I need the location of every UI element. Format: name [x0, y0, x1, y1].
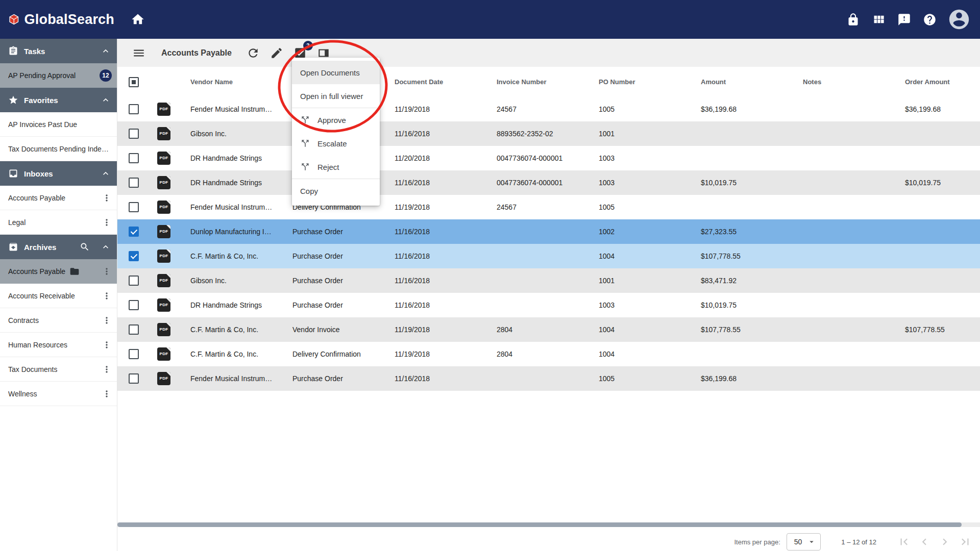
pdf-icon[interactable]: PDF: [157, 152, 170, 165]
row-checkbox[interactable]: [129, 129, 139, 139]
cell-amount: $107,778.55: [691, 325, 793, 334]
pdf-icon[interactable]: PDF: [157, 347, 170, 361]
sidebar-item-human-resources[interactable]: Human Resources: [0, 333, 117, 357]
view-module-button[interactable]: [871, 12, 886, 27]
sidebar-section-inboxes[interactable]: Inboxes: [0, 161, 117, 186]
column-header-invoice-number[interactable]: Invoice Number: [487, 78, 589, 86]
globalsearch-logo-icon: [8, 10, 20, 29]
pdf-icon[interactable]: PDF: [157, 225, 170, 238]
row-checkbox[interactable]: [129, 227, 139, 237]
sidebar-item-label: Wellness: [8, 390, 37, 398]
table-row[interactable]: PDFGibson Inc.Purchase Order11/16/201810…: [117, 268, 980, 293]
prev-page-button[interactable]: [917, 535, 932, 549]
menu-item-copy[interactable]: Copy: [292, 179, 380, 203]
pdf-icon[interactable]: PDF: [157, 249, 170, 263]
edit-button[interactable]: [268, 45, 285, 61]
row-checkbox[interactable]: [129, 373, 139, 384]
table-row[interactable]: PDFDunlop Manufacturing I…Purchase Order…: [117, 219, 980, 244]
menu-item-reject[interactable]: Reject: [292, 155, 380, 179]
pdf-icon[interactable]: PDF: [157, 372, 170, 385]
last-page-button[interactable]: [958, 535, 972, 549]
row-pdf-cell: PDF: [150, 152, 178, 165]
pdf-icon[interactable]: PDF: [157, 127, 170, 140]
home-button[interactable]: [131, 11, 148, 28]
sidebar-section-tasks[interactable]: Tasks: [0, 39, 117, 63]
cell-doc-date: 11/16/2018: [385, 277, 487, 285]
column-header-notes[interactable]: Notes: [793, 78, 895, 86]
sidebar-section-favorites[interactable]: Favorites: [0, 88, 117, 112]
pdf-icon[interactable]: PDF: [157, 201, 170, 214]
kebab-menu-icon[interactable]: [102, 266, 112, 277]
kebab-menu-icon[interactable]: [102, 315, 112, 325]
hamburger-menu-button[interactable]: [131, 45, 147, 61]
row-checkbox[interactable]: [129, 251, 139, 261]
pdf-icon[interactable]: PDF: [157, 103, 170, 116]
column-header-amount[interactable]: Amount: [691, 78, 793, 86]
sidebar-item-accounts-payable[interactable]: Accounts Payable: [0, 259, 117, 284]
pdf-icon-label: PDF: [160, 205, 168, 209]
pdf-icon[interactable]: PDF: [157, 298, 170, 312]
row-checkbox[interactable]: [129, 349, 139, 359]
row-checkbox[interactable]: [129, 202, 139, 212]
pdf-icon[interactable]: PDF: [157, 274, 170, 287]
table-row[interactable]: PDFC.F. Martin & Co, Inc.Vendor Invoice1…: [117, 317, 980, 342]
menu-item-approve[interactable]: Approve: [292, 108, 380, 132]
column-header-document-date[interactable]: Document Date: [385, 78, 487, 86]
pdf-icon[interactable]: PDF: [157, 176, 170, 189]
table-row[interactable]: PDFDR Handmade StringsPurchase Order11/1…: [117, 293, 980, 317]
sidebar-item-legal[interactable]: Legal: [0, 210, 117, 235]
cell-vendor: C.F. Martin & Co, Inc.: [178, 350, 283, 358]
menu-item-open-documents[interactable]: Open Documents: [292, 61, 380, 84]
table-row[interactable]: PDFDR Handmade Strings11/16/201800477360…: [117, 170, 980, 195]
kebab-menu-icon[interactable]: [102, 389, 112, 399]
row-pdf-cell: PDF: [150, 176, 178, 189]
row-checkbox[interactable]: [129, 324, 139, 335]
help-button[interactable]: [922, 12, 937, 27]
sidebar-item-tax-documents-pending-inde[interactable]: Tax Documents Pending Inde…: [0, 137, 117, 161]
caret-down-icon: [807, 537, 816, 546]
sidebar-item-ap-pending-approval[interactable]: AP Pending Approval12: [0, 63, 117, 88]
column-header-vendor-name[interactable]: Vendor Name: [178, 78, 283, 86]
table-row[interactable]: PDFFender Musical Instrum…Purchase Order…: [117, 366, 980, 391]
next-page-button[interactable]: [938, 535, 952, 549]
select-all-checkbox[interactable]: [129, 77, 139, 87]
items-per-page-select[interactable]: 50: [787, 533, 821, 550]
search-icon[interactable]: [80, 242, 90, 252]
row-checkbox[interactable]: [129, 300, 139, 310]
sidebar-section-archives[interactable]: Archives: [0, 235, 117, 259]
sidebar-item-contracts[interactable]: Contracts: [0, 308, 117, 333]
row-checkbox[interactable]: [129, 276, 139, 286]
kebab-menu-icon[interactable]: [102, 340, 112, 350]
sidebar-item-accounts-receivable[interactable]: Accounts Receivable: [0, 284, 117, 308]
refresh-button[interactable]: [245, 45, 261, 61]
table-row[interactable]: PDFGibson Inc.11/16/20188893562-2352-021…: [117, 121, 980, 146]
kebab-menu-icon[interactable]: [102, 291, 112, 301]
kebab-menu-icon[interactable]: [102, 193, 112, 203]
menu-item-escalate[interactable]: Escalate: [292, 132, 380, 155]
horizontal-scrollbar[interactable]: [117, 522, 980, 527]
lock-button[interactable]: [845, 12, 861, 27]
first-page-button[interactable]: [897, 535, 911, 549]
table-row[interactable]: PDFC.F. Martin & Co, Inc.Delivery Confir…: [117, 342, 980, 366]
table-row[interactable]: PDFFender Musical Instrum…Delivery Confi…: [117, 195, 980, 219]
table-row[interactable]: PDFDR Handmade Strings11/20/201800477360…: [117, 146, 980, 170]
sidebar-item-wellness[interactable]: Wellness: [0, 382, 117, 406]
column-header-order-amount[interactable]: Order Amount: [895, 78, 980, 86]
row-checkbox[interactable]: [129, 178, 139, 188]
cell-vendor: DR Handmade Strings: [178, 154, 283, 162]
sidebar-item-ap-invoices-past-due[interactable]: AP Invoices Past Due: [0, 112, 117, 137]
kebab-menu-icon[interactable]: [102, 217, 112, 228]
kebab-menu-icon[interactable]: [102, 364, 112, 374]
menu-item-open-in-full-viewer[interactable]: Open in full viewer: [292, 84, 380, 108]
feedback-button[interactable]: [896, 12, 912, 27]
user-avatar-button[interactable]: [947, 8, 971, 31]
row-checkbox[interactable]: [129, 104, 139, 114]
table-row[interactable]: PDFFender Musical Instrum…11/19/20182456…: [117, 97, 980, 121]
scrollbar-thumb[interactable]: [117, 522, 962, 527]
table-row[interactable]: PDFC.F. Martin & Co, Inc.Purchase Order1…: [117, 244, 980, 268]
sidebar-item-tax-documents[interactable]: Tax Documents: [0, 357, 117, 382]
row-checkbox[interactable]: [129, 153, 139, 163]
column-header-po-number[interactable]: PO Number: [589, 78, 691, 86]
pdf-icon[interactable]: PDF: [157, 323, 170, 336]
sidebar-item-accounts-payable[interactable]: Accounts Payable: [0, 186, 117, 210]
